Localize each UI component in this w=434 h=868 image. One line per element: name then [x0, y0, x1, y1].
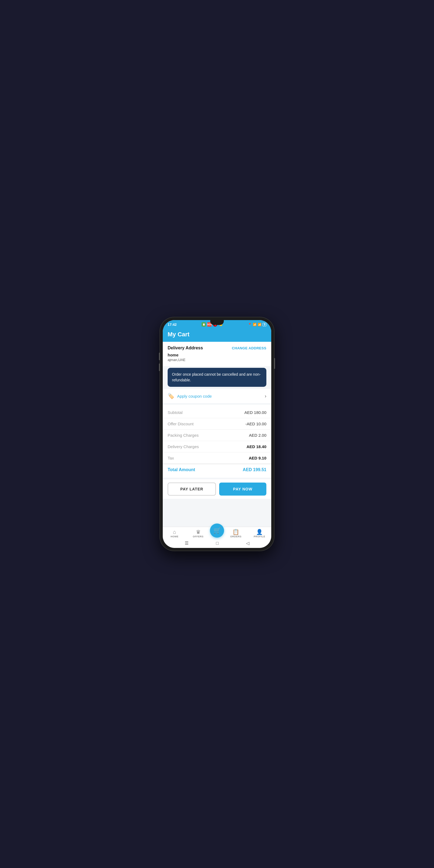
home-icon: ⌂	[173, 529, 176, 535]
delivery-charges-label: Delivery Charges	[167, 444, 199, 449]
address-name: home	[167, 352, 267, 357]
tax-row: Tax AED 9.10	[163, 453, 271, 464]
total-label: Total Amount	[167, 467, 195, 472]
delivery-address-section: Delivery Address CHANGE ADDRESS home ajm…	[163, 342, 271, 366]
cart-icon: 🛒	[214, 528, 221, 533]
phone-device: 17:42 📋 SOS ⏺ 🟡 📍 📶 📶 9 My Cart	[160, 317, 274, 551]
action-buttons: PAY LATER PAY NOW	[163, 479, 271, 499]
android-home-button[interactable]: □	[216, 541, 219, 546]
app-icon-1: 📋	[202, 322, 206, 327]
battery-icon: 9	[262, 323, 267, 326]
page-title: My Cart	[167, 331, 267, 338]
nav-home-label: HOME	[170, 535, 179, 538]
nav-profile-label: PROFILE	[254, 535, 265, 538]
change-address-button[interactable]: CHANGE ADDRESS	[232, 346, 267, 350]
packing-row: Packing Charges AED 2.00	[163, 430, 271, 441]
delivery-header: Delivery Address CHANGE ADDRESS	[167, 346, 267, 350]
nav-home[interactable]: ⌂ HOME	[163, 529, 186, 538]
coupon-icon: 🏷️	[167, 393, 175, 399]
notice-banner: Order once placed cannot be cancelled an…	[167, 368, 267, 387]
nav-cart-button[interactable]: 🛒	[210, 524, 224, 538]
pay-later-button[interactable]: PAY LATER	[167, 483, 216, 496]
coupon-left: 🏷️ Apply coupon code	[167, 393, 212, 399]
delivery-charges-value: AED 18.40	[247, 444, 267, 449]
nav-orders[interactable]: 📋 ORDERS	[224, 529, 248, 538]
location-icon: 📍	[248, 323, 252, 326]
offers-icon: ♛	[196, 529, 201, 535]
discount-value: -AED 10.00	[245, 422, 267, 426]
android-nav-bar: ☰ □ ◁	[163, 539, 271, 548]
delivery-section-title: Delivery Address	[167, 346, 203, 350]
coupon-section[interactable]: 🏷️ Apply coupon code ›	[163, 389, 271, 403]
total-row: Total Amount AED 199.51	[163, 464, 271, 475]
price-section: Subtotal AED 180.00 Offer Discount -AED …	[163, 405, 271, 478]
discount-label: Offer Discount	[167, 422, 194, 426]
app-header: My Cart	[163, 328, 271, 342]
bottom-nav: ⌂ HOME ♛ OFFERS 🛒 📋 ORDERS 👤 PROFILE	[163, 527, 271, 539]
content-area: Delivery Address CHANGE ADDRESS home ajm…	[163, 342, 271, 527]
tax-value: AED 9.10	[249, 456, 267, 460]
phone-screen: 17:42 📋 SOS ⏺ 🟡 📍 📶 📶 9 My Cart	[163, 320, 271, 548]
orders-icon: 📋	[232, 529, 239, 535]
wifi-icon: 📶	[253, 323, 257, 326]
subtotal-row: Subtotal AED 180.00	[163, 407, 271, 418]
android-back-button[interactable]: ◁	[246, 540, 249, 546]
nav-offers-label: OFFERS	[193, 535, 204, 538]
packing-label: Packing Charges	[167, 433, 198, 437]
notice-text: Order once placed cannot be cancelled an…	[172, 372, 262, 383]
signal-icon: 📶	[258, 323, 261, 326]
status-time: 17:42	[167, 322, 177, 327]
android-menu-button[interactable]: ☰	[185, 540, 188, 546]
notch	[210, 320, 224, 325]
subtotal-value: AED 180.00	[244, 410, 267, 415]
tax-label: Tax	[167, 456, 174, 460]
total-value: AED 199.51	[243, 467, 267, 472]
nav-profile[interactable]: 👤 PROFILE	[248, 529, 271, 538]
right-status-icons: 📍 📶 📶 9	[248, 323, 267, 326]
address-location: ajman,UAE	[167, 358, 267, 362]
delivery-row: Delivery Charges AED 18.40	[163, 441, 271, 453]
pay-now-button[interactable]: PAY NOW	[219, 483, 267, 496]
profile-icon: 👤	[256, 529, 263, 535]
status-bar: 17:42 📋 SOS ⏺ 🟡 📍 📶 📶 9	[163, 320, 271, 328]
nav-offers[interactable]: ♛ OFFERS	[186, 529, 210, 538]
coupon-label: Apply coupon code	[177, 394, 212, 399]
packing-value: AED 2.00	[249, 433, 267, 437]
subtotal-label: Subtotal	[167, 410, 183, 415]
nav-orders-label: ORDERS	[230, 535, 242, 538]
chevron-right-icon: ›	[265, 393, 267, 399]
discount-row: Offer Discount -AED 10.00	[163, 418, 271, 430]
